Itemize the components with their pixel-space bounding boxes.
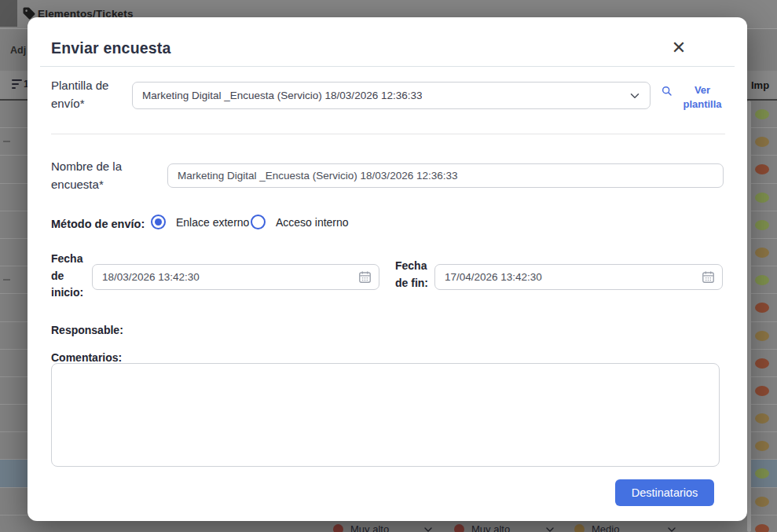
table-scrollbar xyxy=(747,101,751,532)
plantilla-select[interactable]: Marketing Digital _Encuesta (Servicio) 1… xyxy=(132,82,651,109)
impact-dot xyxy=(755,137,769,147)
plantilla-selected-value: Marketing Digital _Encuesta (Servicio) 1… xyxy=(142,90,422,101)
nombre-input[interactable] xyxy=(167,163,724,188)
calendar-icon[interactable] xyxy=(357,270,372,284)
search-icon xyxy=(661,85,673,97)
impact-dot xyxy=(755,109,769,119)
impact-dot xyxy=(755,524,769,532)
impact-dot xyxy=(755,303,769,313)
attachments-partial-label: Adj xyxy=(10,45,26,56)
close-icon[interactable]: ✕ xyxy=(667,36,691,60)
calendar-icon[interactable] xyxy=(701,270,716,284)
send-survey-modal: Enviar encuesta ✕ Plantilla de envío* Ma… xyxy=(27,17,747,521)
plantilla-label: Plantilla de envío* xyxy=(51,77,139,112)
impact-dot xyxy=(755,220,769,230)
section-divider xyxy=(51,134,725,134)
impact-dot xyxy=(755,248,769,258)
impact-dot xyxy=(755,497,769,507)
chevron-down-icon xyxy=(628,89,642,103)
filter-icon: 1 xyxy=(12,79,29,90)
fecha-fin-input[interactable] xyxy=(434,264,723,290)
radio-label: Enlace externo xyxy=(176,216,249,229)
chevron-down-icon xyxy=(544,523,556,532)
priority-select: Muy alto xyxy=(333,523,389,532)
priority-dot xyxy=(454,524,464,532)
responsable-label: Responsable: xyxy=(51,322,123,339)
fecha-fin-field xyxy=(434,264,723,290)
impact-dot xyxy=(755,193,769,203)
impact-dot xyxy=(755,164,769,174)
chevron-down-icon xyxy=(422,523,434,532)
fecha-inicio-input[interactable] xyxy=(92,264,379,290)
impact-dot xyxy=(755,441,769,451)
radio-circle xyxy=(251,215,266,229)
impact-dot xyxy=(755,413,769,424)
comentarios-textarea[interactable] xyxy=(51,363,720,467)
row-dash xyxy=(3,141,10,142)
priority-label: Medio xyxy=(592,523,619,532)
header-divider xyxy=(40,66,735,67)
chevron-down-icon xyxy=(665,523,678,532)
sidebar-edge xyxy=(0,0,17,27)
screen: Elementos/Tickets Adj 1 Imp Muy altoMuy … xyxy=(0,0,777,532)
ver-plantilla-label: Ver plantilla xyxy=(677,83,728,111)
modal-title: Enviar encuesta xyxy=(51,39,171,57)
fecha-inicio-label: Fecha de inicio: xyxy=(51,251,90,302)
column-header-impact: Imp xyxy=(751,79,769,91)
radio-label: Acceso interno xyxy=(276,216,349,229)
fecha-inicio-field xyxy=(92,264,379,290)
impact-dot xyxy=(755,386,769,396)
radio-circle xyxy=(151,215,166,229)
radio-enlace-externo[interactable]: Enlace externo xyxy=(151,215,249,229)
priority-label: Muy alto xyxy=(471,523,510,532)
nombre-label: Nombre de la encuesta* xyxy=(51,158,153,193)
fecha-fin-label: Fecha de fin: xyxy=(395,258,436,292)
row-dash xyxy=(3,279,10,281)
impact-dot xyxy=(755,275,769,285)
impact-dot xyxy=(755,358,769,369)
priority-select: Muy alto xyxy=(454,523,510,532)
ver-plantilla-link[interactable]: Ver plantilla xyxy=(661,83,744,111)
destinatarios-button[interactable]: Destinatarios xyxy=(615,479,714,506)
impact-dot xyxy=(755,468,769,479)
metodo-label: Método de envío: xyxy=(51,215,145,233)
impact-dot xyxy=(755,331,769,341)
priority-label: Muy alto xyxy=(350,523,389,532)
priority-dot xyxy=(574,524,585,532)
radio-acceso-interno[interactable]: Acceso interno xyxy=(251,215,349,229)
priority-select: Medio xyxy=(574,523,619,532)
priority-dot xyxy=(333,524,343,532)
